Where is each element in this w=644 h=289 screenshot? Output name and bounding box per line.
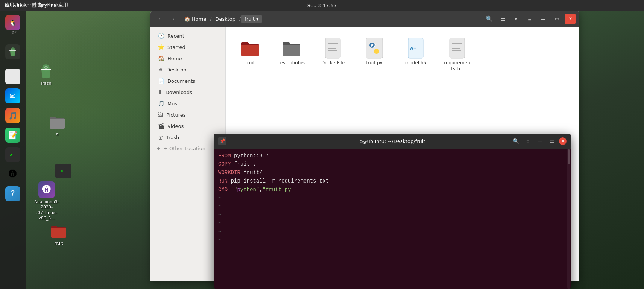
sidebar-item-desktop[interactable]: 🖥 Desktop <box>152 64 224 75</box>
downloads-icon: ⬇ <box>158 89 163 95</box>
terminal-scrollbar-thumb[interactable] <box>568 149 570 164</box>
file-item-test-photos[interactable]: test_photos <box>275 35 308 75</box>
terminal-title: c@ubuntu: ~/Desktop/fruit <box>359 138 425 144</box>
desktop-icon-trash[interactable]: Trash <box>31 62 61 86</box>
terminal-search-button[interactable]: 🔍 <box>511 136 521 146</box>
terminal-menu-icon[interactable]: ≡ <box>523 136 533 146</box>
fm-toolbar: ‹ › 🏠 Home / Desktop / fruit ▾ <box>150 11 579 27</box>
breadcrumb-sep-1: / <box>210 16 211 21</box>
add-location-icon: + <box>156 146 161 151</box>
writer-icon: 📝 <box>5 128 20 143</box>
breadcrumb-sep-2: / <box>239 16 241 21</box>
fm-search-button[interactable]: 🔍 <box>484 14 494 24</box>
dock-item-blank[interactable] <box>2 67 24 85</box>
file-item-fruit[interactable]: fruit <box>233 35 267 75</box>
folder-a-label: a <box>56 132 59 137</box>
svg-rect-9 <box>366 38 383 58</box>
anaconda-desktop-icon: 🅐 <box>38 181 56 199</box>
sidebar-item-documents[interactable]: 📄 Documents <box>152 75 224 87</box>
file-icon-requirements <box>447 38 468 59</box>
dock-item-rhythmbox[interactable]: 🎵 <box>2 106 24 125</box>
desktop-sidebar-icon: 🖥 <box>158 67 163 73</box>
breadcrumb-fruit[interactable]: fruit ▾ <box>242 15 261 23</box>
sidebar-item-home[interactable]: 🏠 Home <box>152 53 224 64</box>
file-label-dockerfile: DockerFile <box>321 60 345 66</box>
dock: 🐧 + 关注 ✉ 🎵 <box>0 11 26 289</box>
terminal-titlebar: 📌 c@ubuntu: ~/Desktop/fruit 🔍 ≡ ─ ▭ ✕ <box>214 134 571 149</box>
sidebar-item-videos[interactable]: 🎬 Videos <box>152 120 224 132</box>
desktop-icon-folder-fruit[interactable]: fruit <box>44 222 74 246</box>
fm-forward-button[interactable]: › <box>168 14 178 24</box>
file-item-dockerfile[interactable]: DockerFile <box>316 35 350 75</box>
term-line-tilde-6: ~ <box>218 236 567 244</box>
terminal-maximize-button[interactable]: ▭ <box>547 136 557 146</box>
starred-icon: ⭐ <box>158 44 164 50</box>
file-label-fruitpy: fruit.py <box>366 60 382 66</box>
sidebar-item-starred[interactable]: ⭐ Starred <box>152 41 224 53</box>
folder-fruit-icon <box>50 222 68 240</box>
fm-list-view-button[interactable]: ☰ <box>497 14 508 24</box>
term-line-tilde-1: ~ <box>218 194 567 202</box>
file-icon-test-photos <box>281 38 302 59</box>
file-icon-fruit <box>240 38 261 59</box>
dock-separator-2 <box>5 64 20 64</box>
dock-item-writer[interactable]: 📝 <box>2 126 24 144</box>
desktop: Activities ⬛ Terminal ▾ 使用Docker封装python… <box>0 0 644 289</box>
file-icon-dockerfile <box>322 38 343 59</box>
file-label-modelh5: model.h5 <box>405 60 426 66</box>
rhythmbox-icon: 🎵 <box>5 108 20 123</box>
terminal-body: FROM python::3.7 COPY fruit . WORKDIR fr… <box>214 149 571 289</box>
trash-desktop-icon <box>37 62 55 80</box>
file-item-fruitpy[interactable]: Py fruit.py <box>357 35 391 75</box>
sidebar-item-pictures[interactable]: 🖼 Pictures <box>152 109 224 120</box>
term-line-2: COPY fruit . <box>218 160 567 168</box>
term-line-tilde-5: ~ <box>218 228 567 236</box>
topbar-title: 使用Docker封装python应用 <box>5 2 151 8</box>
svg-rect-3 <box>44 67 47 68</box>
dock-item-avatar[interactable]: 🐧 + 关注 <box>2 14 24 37</box>
home-breadcrumb-icon: 🏠 <box>184 16 190 22</box>
dock-item-terminal[interactable]: >_ <box>2 146 24 164</box>
trash-desktop-label: Trash <box>40 81 51 86</box>
fm-view-options-button[interactable]: ▾ <box>511 14 521 24</box>
fm-breadcrumb: 🏠 Home / Desktop / fruit ▾ <box>181 15 330 23</box>
desktop-icon-anaconda[interactable]: 🅐 Anaconda3-2020-.07-Linux-x86_6... <box>32 181 62 221</box>
term-line-3: WORKDIR fruit/ <box>218 169 567 177</box>
terminal-scrollbar[interactable] <box>567 149 570 289</box>
fm-menu-button[interactable]: ≡ <box>524 14 535 24</box>
term-line-tilde-2: ~ <box>218 202 567 210</box>
terminal-minimize-button[interactable]: ─ <box>535 136 545 146</box>
sidebar-item-trash[interactable]: 🗑 Trash <box>152 132 224 143</box>
fm-close-button[interactable]: ✕ <box>565 14 576 24</box>
documents-icon: 📄 <box>158 78 164 84</box>
sidebar-item-downloads[interactable]: ⬇ Downloads <box>152 87 224 98</box>
desktop-icon-terminal[interactable]: >_ <box>48 162 78 181</box>
dock-item-trash[interactable] <box>2 43 24 61</box>
trash-sidebar-icon: 🗑 <box>158 134 163 140</box>
fm-minimize-button[interactable]: ─ <box>538 14 548 24</box>
sidebar-item-recent[interactable]: 🕐 Recent <box>152 30 224 41</box>
file-item-requirements[interactable]: requirements.txt <box>440 35 474 75</box>
terminal-window: 📌 c@ubuntu: ~/Desktop/fruit 🔍 ≡ ─ ▭ ✕ FR… <box>214 134 571 289</box>
terminal-pin-icon[interactable]: 📌 <box>218 137 226 145</box>
dock-avatar-label: + 关注 <box>8 31 18 35</box>
fm-back-button[interactable]: ‹ <box>154 14 165 24</box>
term-line-5: CMD ["python","fruit.py"] <box>218 186 567 194</box>
svg-point-11 <box>374 49 379 54</box>
help-icon: ? <box>5 186 20 201</box>
avatar-icon: 🐧 <box>5 15 20 30</box>
file-item-modelh5[interactable]: A= model.h5 <box>399 35 433 75</box>
topbar-datetime: Sep 3 17:57 <box>307 3 337 8</box>
term-line-tilde-3: ~ <box>218 211 567 219</box>
desktop-icon-folder-a[interactable]: a <box>42 113 72 137</box>
dock-item-anaconda[interactable]: 🅐 <box>2 165 24 183</box>
trash-icon <box>5 44 20 59</box>
terminal-close-button[interactable]: ✕ <box>559 137 567 145</box>
fm-maximize-button[interactable]: ▭ <box>551 14 562 24</box>
sidebar-item-music[interactable]: 🎵 Music <box>152 98 224 109</box>
dock-item-thunderbird[interactable]: ✉ <box>2 87 24 105</box>
breadcrumb-home[interactable]: 🏠 Home <box>181 15 209 23</box>
dock-item-help[interactable]: ? <box>2 185 24 203</box>
folder-dark-icon <box>48 113 66 131</box>
breadcrumb-desktop[interactable]: Desktop <box>212 15 238 23</box>
